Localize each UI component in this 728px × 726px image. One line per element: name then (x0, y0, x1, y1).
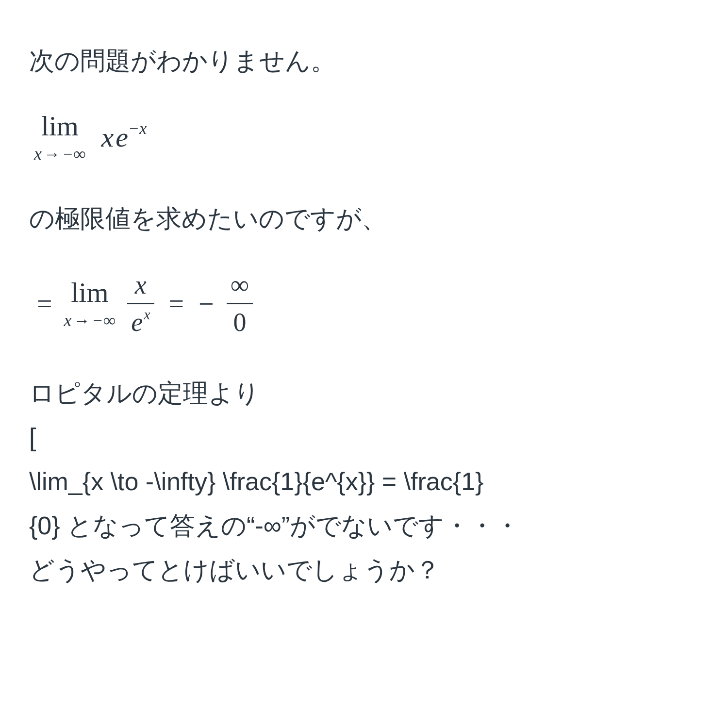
bottom-line-3a: \lim_{x \to -\infty} \frac{1}{e^{x}} = \… (29, 460, 699, 504)
eq-sign-2: = (166, 288, 187, 319)
intro-text: 次の問題がわかりません。 (29, 47, 336, 75)
bottom-line-4: どうやってとけばいいでしょうか？ (29, 548, 699, 592)
document-page: 次の問題がわかりません。 lim x→−∞ x e −x の極限値を求めたいので… (0, 0, 728, 621)
frac1-den-e: e (131, 309, 143, 335)
frac2-infty: ∞ (231, 270, 249, 299)
lim2-sub-infty: ∞ (103, 311, 116, 330)
lim-subscript: x→−∞ (34, 145, 86, 163)
lim2-sub-var: x (64, 311, 72, 330)
expr-sup-neg: − (129, 119, 139, 137)
frac1-numerator: x (131, 270, 150, 300)
bottom-line-3b: {0} となって答えの“-∞”がでないです・・・ (29, 504, 699, 548)
bottom-paragraph: ロピタルの定理より [ \lim_{x \to -\infty} \frac{1… (29, 371, 699, 592)
lim-sub-var: x (34, 144, 42, 164)
frac2-zero: 0 (233, 308, 246, 337)
lim-subscript-2: x→−∞ (64, 312, 116, 329)
lim1-expression: x e −x (101, 123, 147, 151)
frac1-bar (127, 303, 154, 304)
lim-sub-infty: ∞ (73, 144, 86, 164)
intro-paragraph: 次の問題がわかりません。 (29, 39, 699, 83)
frac1-den-x: x (144, 307, 150, 322)
math-limit-2: = lim x→−∞ x e x = − ∞ 0 (34, 270, 699, 337)
expr-x: x (101, 123, 114, 151)
bottom-line-2: [ (29, 415, 699, 460)
fraction-x-over-ex: x e x (124, 270, 157, 337)
lim-label-2: lim (71, 279, 108, 307)
lim-sub-neg: − (62, 145, 73, 163)
limit-operator: lim x→−∞ (34, 112, 86, 163)
expr-sup-x: x (139, 119, 147, 137)
frac2-bar (227, 303, 253, 304)
frac2-denominator: 0 (229, 307, 250, 337)
lim2-sub-arrow: → (72, 312, 92, 330)
frac1-denominator: e x (127, 307, 154, 337)
bottom-line-1: ロピタルの定理より (29, 371, 699, 415)
lim2-sub-neg: − (92, 312, 103, 330)
math-limit-1: lim x→−∞ x e −x (34, 112, 699, 163)
mid-text: の極限値を求めたいのですが、 (29, 204, 387, 232)
expr-sup: −x (129, 120, 147, 137)
fraction-inf-over-0: ∞ 0 (224, 270, 256, 337)
limit-operator-2: lim x→−∞ (64, 279, 116, 329)
mid-paragraph: の極限値を求めたいのですが、 (29, 197, 699, 241)
frac1-den-ex: e x (131, 309, 150, 335)
minus-sign: − (196, 288, 215, 319)
expr-e-power: e −x (116, 123, 147, 151)
eq-sign-1: = (34, 288, 55, 319)
lim-label: lim (41, 112, 79, 140)
frac2-numerator: ∞ (227, 270, 253, 300)
expr-e: e (116, 123, 128, 151)
lim-sub-arrow: → (42, 145, 62, 163)
